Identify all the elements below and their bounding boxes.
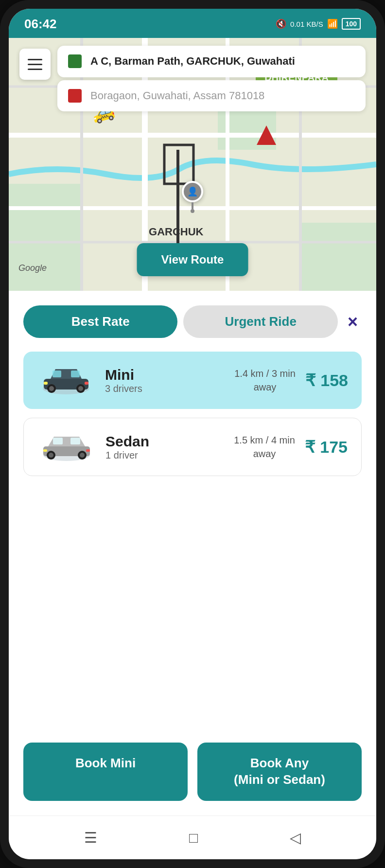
svg-rect-27 (70, 438, 80, 444)
svg-rect-16 (52, 371, 61, 377)
destination-text: Boragaon, Guwahati, Assam 781018 (90, 89, 264, 103)
svg-rect-32 (43, 449, 47, 452)
google-watermark: Google (18, 263, 47, 273)
sedan-distance: 1.5 km / 4 min away (234, 433, 295, 461)
ride-card-sedan[interactable]: Sedan 1 driver 1.5 km / 4 min away ₹ 175 (23, 418, 362, 476)
origin-card[interactable]: A C, Barman Path, GARCHUK, Guwahati (57, 46, 366, 77)
svg-rect-22 (44, 382, 48, 385)
svg-rect-2 (300, 223, 376, 291)
nav-home-icon[interactable]: □ (189, 830, 198, 846)
hamburger-line-3 (28, 69, 42, 70)
hamburger-line-2 (28, 64, 42, 65)
phone-frame: 06:42 🔇 0.01 KB/S 📶 100 (0, 0, 385, 868)
tab-row: Best Rate Urgent Ride × (23, 305, 362, 338)
mini-price: ₹ 158 (305, 371, 348, 390)
person-icon: 👤 (187, 186, 198, 197)
nav-menu-icon[interactable]: ☰ (84, 829, 97, 846)
origin-icon (68, 54, 82, 68)
svg-point-31 (80, 453, 85, 458)
destination-card[interactable]: Boragaon, Guwahati, Assam 781018 (57, 80, 366, 112)
sedan-drivers: 1 driver (105, 450, 224, 461)
tab-best-rate[interactable]: Best Rate (23, 305, 177, 338)
wifi-icon: 📶 (327, 18, 338, 29)
mini-ride-name: Mini (105, 367, 225, 383)
status-bar: 06:42 🔇 0.01 KB/S 📶 100 (9, 9, 376, 38)
marker-tail (192, 202, 193, 209)
tab-urgent-ride[interactable]: Urgent Ride (183, 305, 337, 338)
status-icons: 🔇 0.01 KB/S 📶 100 (276, 18, 361, 30)
mute-icon: 🔇 (276, 18, 286, 29)
svg-rect-33 (86, 449, 90, 452)
svg-rect-17 (71, 371, 80, 377)
map-area: DHIRENPARA 🚕 A C, Barman Path, GARCHUK, … (9, 38, 376, 291)
marker-dot (191, 209, 194, 213)
phone-screen: 06:42 🔇 0.01 KB/S 📶 100 (9, 9, 376, 859)
battery-indicator: 100 (342, 18, 361, 30)
nav-back-icon[interactable]: ◁ (290, 829, 301, 846)
sedan-price: ₹ 175 (305, 437, 348, 457)
map-pin: 👤 (182, 181, 203, 213)
nav-bar: ☰ □ ◁ (9, 815, 376, 859)
ride-card-mini[interactable]: Mini 3 drivers 1.4 km / 3 min away ₹ 158 (23, 352, 362, 409)
svg-point-29 (49, 453, 53, 458)
location-cards: A C, Barman Path, GARCHUK, Guwahati Bora… (57, 46, 366, 111)
status-time: 06:42 (24, 17, 57, 32)
mini-drivers: 3 drivers (105, 383, 225, 394)
hamburger-button[interactable] (19, 49, 51, 80)
book-any-button[interactable]: Book Any (Mini or Sedan) (197, 743, 362, 801)
sedan-ride-info: Sedan 1 driver (105, 433, 224, 461)
network-speed: 0.01 KB/S (290, 20, 323, 28)
destination-icon (68, 89, 82, 103)
svg-rect-1 (9, 184, 82, 291)
garchuk-label: GARCHUK (149, 226, 203, 238)
view-route-button[interactable]: View Route (137, 243, 248, 276)
sedan-car-image (37, 430, 96, 464)
bottom-content: Best Rate Urgent Ride × (9, 291, 376, 815)
marker-circle: 👤 (182, 181, 203, 202)
book-mini-button[interactable]: Book Mini (23, 743, 188, 801)
svg-point-19 (49, 386, 54, 391)
spacer (23, 485, 362, 733)
mini-distance: 1.4 km / 3 min away (234, 367, 296, 394)
mini-ride-info: Mini 3 drivers (105, 367, 225, 394)
svg-point-21 (78, 386, 83, 391)
hamburger-line-1 (28, 59, 42, 60)
svg-rect-26 (53, 438, 63, 444)
book-buttons-row: Book Mini Book Any (Mini or Sedan) (23, 743, 362, 806)
svg-rect-23 (85, 382, 88, 385)
close-button[interactable]: × (344, 308, 362, 336)
mini-car-image (37, 363, 95, 397)
origin-text: A C, Barman Path, GARCHUK, Guwahati (90, 54, 295, 69)
sedan-ride-name: Sedan (105, 433, 224, 450)
